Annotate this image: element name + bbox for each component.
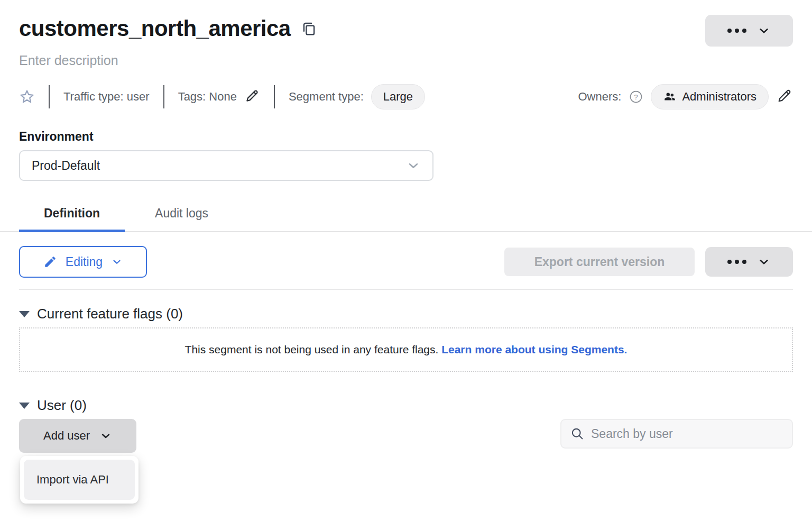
tags-label: Tags: None	[178, 90, 237, 104]
edit-tags-pencil-icon[interactable]	[244, 88, 260, 106]
editing-label: Editing	[66, 255, 103, 269]
divider	[163, 85, 164, 108]
environment-label: Environment	[19, 130, 793, 144]
search-by-user-field[interactable]	[560, 419, 793, 449]
tab-audit-logs[interactable]: Audit logs	[130, 199, 233, 231]
user-controls-row: Add user Import via API	[19, 419, 793, 453]
owners-badge[interactable]: Administrators	[651, 84, 769, 109]
divider	[49, 85, 50, 108]
environment-selected-value: Prod-Default	[32, 159, 100, 173]
user-section-header[interactable]: User (0)	[19, 397, 793, 414]
owners-label: Owners:	[578, 90, 621, 104]
copy-icon[interactable]	[300, 20, 317, 39]
segment-type-badge: Large	[371, 84, 425, 109]
chevron-down-icon	[757, 255, 771, 269]
export-current-version-button[interactable]: Export current version	[504, 248, 695, 276]
search-input[interactable]	[591, 427, 783, 441]
page-title: customers_north_america	[19, 15, 291, 42]
add-user-button[interactable]: Add user	[19, 419, 136, 453]
editing-mode-button[interactable]: Editing	[19, 246, 147, 278]
owners-value: Administrators	[682, 90, 756, 104]
add-user-dropdown-menu: Import via API	[20, 456, 139, 504]
people-icon	[663, 90, 677, 104]
meta-row: Traffic type: user Tags: None Segment ty…	[19, 84, 793, 109]
user-heading: User (0)	[37, 397, 87, 414]
add-user-label: Add user	[43, 429, 90, 443]
question-circle-icon[interactable]: ?	[629, 89, 643, 104]
page-header: customers_north_america	[19, 15, 793, 47]
header-more-button[interactable]	[705, 15, 793, 47]
description-field[interactable]: Enter description	[19, 53, 793, 68]
svg-text:?: ?	[634, 93, 638, 101]
feature-flags-heading: Current feature flags (0)	[37, 306, 183, 322]
ellipsis-icon	[727, 260, 746, 264]
chevron-down-icon	[757, 24, 771, 38]
search-icon	[570, 426, 585, 441]
ellipsis-icon	[727, 29, 746, 33]
chevron-down-icon	[99, 430, 112, 442]
triangle-down-icon	[19, 403, 30, 409]
edit-owners-pencil-icon[interactable]	[776, 87, 793, 106]
segment-type-label: Segment type:	[289, 90, 364, 104]
empty-state-text: This segment is not being used in any fe…	[185, 343, 439, 355]
feature-flags-empty-state: This segment is not being used in any fe…	[19, 327, 793, 372]
menu-item-import-via-api[interactable]: Import via API	[24, 460, 135, 500]
tab-bar: Definition Audit logs	[0, 199, 812, 232]
environment-select[interactable]: Prod-Default	[19, 150, 433, 181]
pencil-icon	[43, 255, 57, 269]
chevron-down-icon	[406, 158, 421, 173]
segment-detail-page: customers_north_america Enter descriptio…	[0, 15, 812, 453]
toolbar-more-button[interactable]	[705, 247, 793, 277]
learn-more-link[interactable]: Learn more about using Segments.	[441, 343, 627, 355]
traffic-type-label: Traffic type: user	[63, 90, 150, 104]
star-icon[interactable]	[19, 89, 35, 105]
divider	[19, 289, 793, 290]
definition-toolbar: Editing Export current version	[19, 246, 793, 278]
chevron-down-icon	[111, 256, 123, 268]
feature-flags-section-header[interactable]: Current feature flags (0)	[19, 306, 793, 322]
divider	[274, 85, 275, 108]
triangle-down-icon	[19, 311, 30, 317]
tab-definition[interactable]: Definition	[19, 199, 125, 231]
